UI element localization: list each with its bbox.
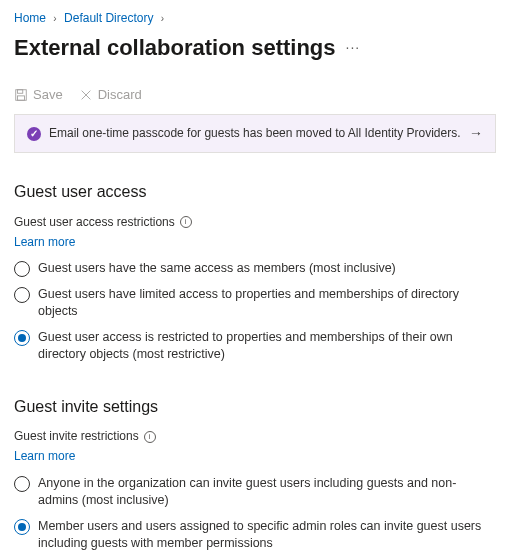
radio-option[interactable]: Guest users have the same access as memb… <box>14 256 496 282</box>
arrow-right-icon[interactable]: → <box>469 124 483 144</box>
section-title-guest-access: Guest user access <box>14 181 496 203</box>
radio-label: Guest users have the same access as memb… <box>38 260 496 278</box>
radio-option[interactable]: Member users and users assigned to speci… <box>14 514 496 557</box>
page-title: External collaboration settings <box>14 33 336 64</box>
discard-button[interactable]: Discard <box>79 86 142 104</box>
radio-label: Guest users have limited access to prope… <box>38 286 496 321</box>
radio-group-guest-access: Guest users have the same access as memb… <box>14 256 496 368</box>
radio-icon <box>14 519 30 535</box>
breadcrumb-home[interactable]: Home <box>14 11 46 25</box>
radio-option[interactable]: Anyone in the organization can invite gu… <box>14 471 496 514</box>
more-icon[interactable]: ··· <box>346 38 361 58</box>
close-icon <box>79 88 93 102</box>
radio-icon <box>14 476 30 492</box>
info-banner: ✓ Email one-time passcode for guests has… <box>14 114 496 154</box>
radio-group-guest-invite: Anyone in the organization can invite gu… <box>14 471 496 560</box>
sub-label-guest-access: Guest user access restrictions i <box>14 214 496 231</box>
radio-label: Anyone in the organization can invite gu… <box>38 475 496 510</box>
breadcrumb-directory[interactable]: Default Directory <box>64 11 153 25</box>
radio-label: Guest user access is restricted to prope… <box>38 329 496 364</box>
info-icon[interactable]: i <box>144 431 156 443</box>
check-circle-icon: ✓ <box>27 127 41 141</box>
save-button[interactable]: Save <box>14 86 63 104</box>
radio-label: Member users and users assigned to speci… <box>38 518 496 553</box>
chevron-right-icon: › <box>53 13 56 24</box>
radio-icon <box>14 261 30 277</box>
sub-label-text: Guest invite restrictions <box>14 428 139 445</box>
save-icon <box>14 88 28 102</box>
save-label: Save <box>33 86 63 104</box>
chevron-right-icon: › <box>161 13 164 24</box>
breadcrumb: Home › Default Directory › <box>14 10 496 27</box>
svg-rect-2 <box>18 96 25 100</box>
discard-label: Discard <box>98 86 142 104</box>
info-icon[interactable]: i <box>180 216 192 228</box>
sub-label-text: Guest user access restrictions <box>14 214 175 231</box>
sub-label-guest-invite: Guest invite restrictions i <box>14 428 496 445</box>
svg-rect-1 <box>18 89 23 93</box>
radio-option[interactable]: Guest users have limited access to prope… <box>14 282 496 325</box>
radio-icon <box>14 287 30 303</box>
toolbar: Save Discard <box>14 86 496 104</box>
radio-option[interactable]: Guest user access is restricted to prope… <box>14 325 496 368</box>
learn-more-guest-invite[interactable]: Learn more <box>14 448 75 465</box>
section-title-guest-invite: Guest invite settings <box>14 396 496 418</box>
learn-more-guest-access[interactable]: Learn more <box>14 234 75 251</box>
banner-text: Email one-time passcode for guests has b… <box>49 125 461 142</box>
radio-icon <box>14 330 30 346</box>
